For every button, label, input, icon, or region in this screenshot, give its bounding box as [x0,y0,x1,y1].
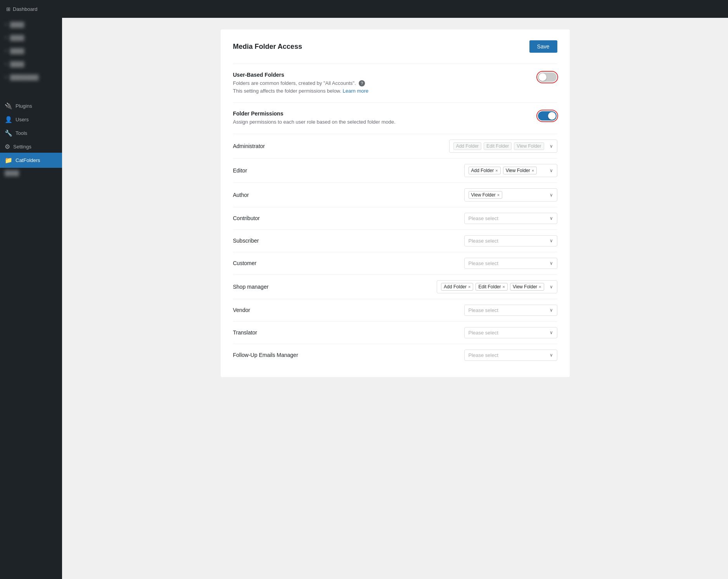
settings-icon: ⚙ [5,143,10,150]
chevron-down-icon-administrator: ∨ [546,143,553,149]
role-select-follow_up_emails_manager[interactable]: Please select∨ [464,350,557,361]
select-placeholder-translator: Please select [469,330,498,336]
role-row-vendor: VendorPlease select∨ [233,299,557,321]
folder-permissions-toggle[interactable] [538,111,557,121]
role-label-shop_manager: Shop manager [233,284,269,290]
role-row-editor: EditorAdd Folder×View Folder×∨ [233,158,557,183]
role-select-administrator[interactable]: Add FolderEdit FolderView Folder∨ [449,140,557,153]
tag-remove-author[interactable]: × [497,193,500,197]
user-based-folders-desc1: Folders are common folders, created by "… [233,79,537,87]
role-rows: AdministratorAdd FolderEdit FolderView F… [233,134,557,366]
folder-permissions-label-group: Folder Permissions Assign permissions to… [233,110,537,126]
user-based-folders-desc2: This setting affects the folder permissi… [233,87,537,95]
chevron-down-icon-subscriber: ∨ [546,238,553,243]
role-label-author: Author [233,192,249,198]
role-select-shop_manager[interactable]: Add Folder×Edit Folder×View Folder×∨ [437,280,557,293]
tag-administrator-view-folder: View Folder [514,142,544,150]
user-based-toggle-thumb [539,73,546,81]
role-row-administrator: AdministratorAdd FolderEdit FolderView F… [233,134,557,158]
role-select-author[interactable]: View Folder×∨ [464,188,557,202]
tag-remove-shop_manager[interactable]: × [468,284,470,289]
role-select-contributor[interactable]: Please select∨ [464,213,557,224]
role-select-editor[interactable]: Add Folder×View Folder×∨ [464,164,557,177]
user-based-folders-label: User-Based Folders [233,72,537,78]
role-label-customer: Customer [233,260,257,266]
tag-remove-shop_manager[interactable]: × [539,284,541,289]
chevron-down-icon-translator: ∨ [546,330,553,335]
blurred-icon-2: ▪ [5,34,7,41]
dashboard-nav-item[interactable]: ⊞ Dashboard [6,6,38,12]
folder-permissions-row: Folder Permissions Assign permissions to… [233,102,557,134]
tag-editor-view-folder: View Folder× [503,167,537,174]
role-label-administrator: Administrator [233,143,265,149]
sidebar-item-blurred-1: ▪ ████ [0,18,62,31]
select-placeholder-follow_up_emails_manager: Please select [469,352,498,358]
catfolders-icon: 📁 [5,157,12,164]
chevron-down-icon-editor: ∨ [546,168,553,173]
settings-card: Media Folder Access Save User-Based Fold… [221,29,570,377]
role-row-shop_manager: Shop managerAdd Folder×Edit Folder×View … [233,274,557,299]
sidebar-item-catfolders-label: CatFolders [16,157,40,163]
blurred-icon-3: ▪ [5,47,7,54]
chevron-down-icon-shop_manager: ∨ [546,284,553,290]
tag-remove-editor[interactable]: × [532,168,534,173]
role-select-subscriber[interactable]: Please select∨ [464,235,557,246]
role-select-translator[interactable]: Please select∨ [464,327,557,338]
select-placeholder-customer: Please select [469,260,498,266]
user-based-folders-toggle-wrapper [537,72,557,83]
sidebar-item-blurred-2: ▪ ████ [0,31,62,44]
role-row-follow_up_emails_manager: Follow-Up Emails ManagerPlease select∨ [233,344,557,366]
tag-administrator-add-folder: Add Folder [453,142,482,150]
sidebar-item-users-label: Users [16,117,29,122]
tag-shop_manager-edit-folder: Edit Folder× [476,283,507,291]
dashboard-label: Dashboard [13,6,38,12]
select-placeholder-contributor: Please select [469,215,498,221]
select-placeholder-vendor: Please select [469,307,498,313]
tag-administrator-edit-folder: Edit Folder [484,142,512,150]
user-based-folders-label-group: User-Based Folders Folders are common fo… [233,72,537,95]
learn-more-link[interactable]: Learn more [343,88,368,94]
role-select-vendor[interactable]: Please select∨ [464,305,557,316]
role-label-subscriber: Subscriber [233,238,259,244]
dashboard-icon: ⊞ [6,6,10,12]
sidebar-item-users[interactable]: 👤 Users [0,113,62,126]
sidebar-item-settings-label: Settings [13,144,31,150]
chevron-down-icon-author: ∨ [546,192,553,198]
card-header: Media Folder Access Save [233,40,557,53]
blurred-icon-5: ▪ [5,74,7,81]
role-row-subscriber: SubscriberPlease select∨ [233,229,557,252]
role-label-editor: Editor [233,167,247,174]
card-title: Media Folder Access [233,43,302,51]
tag-author-view-folder: View Folder× [469,191,503,199]
role-label-contributor: Contributor [233,215,260,221]
select-placeholder-subscriber: Please select [469,238,498,244]
user-based-folders-toggle[interactable] [538,72,557,82]
sidebar-item-blurred-bottom: ████ [0,167,62,179]
plugins-icon: 🔌 [5,102,12,110]
sidebar-item-blurred-4: ▪ ████ [0,57,62,71]
role-select-customer[interactable]: Please select∨ [464,258,557,269]
sidebar-item-tools[interactable]: 🔧 Tools [0,126,62,140]
info-icon: ? [359,80,365,86]
user-based-folders-row: User-Based Folders Folders are common fo… [233,64,557,102]
blurred-icon-4: ▪ [5,60,7,67]
sidebar-item-blurred-5: ▪ ████████ [0,71,62,84]
tag-remove-editor[interactable]: × [495,168,498,173]
role-label-vendor: Vendor [233,307,250,313]
sidebar-item-settings[interactable]: ⚙ Settings [0,140,62,153]
main-content: Media Folder Access Save User-Based Fold… [62,18,728,579]
tag-remove-shop_manager[interactable]: × [502,284,505,289]
chevron-down-icon-contributor: ∨ [546,215,553,221]
role-row-customer: CustomerPlease select∨ [233,252,557,274]
folder-permissions-label: Folder Permissions [233,110,537,117]
role-label-follow_up_emails_manager: Follow-Up Emails Manager [233,352,298,358]
chevron-down-icon-vendor: ∨ [546,307,553,313]
sidebar-item-catfolders[interactable]: 📁 CatFolders [0,153,62,167]
role-row-author: AuthorView Folder×∨ [233,183,557,207]
sidebar-item-plugins[interactable]: 🔌 Plugins [0,99,62,113]
sidebar: ▪ ████ ▪ ████ ▪ ████ ▪ ████ ▪ ████████ 🔌… [0,0,62,579]
save-button[interactable]: Save [529,40,557,53]
folder-permissions-desc: Assign permissions to each user role bas… [233,118,537,126]
sidebar-item-blurred-3: ▪ ████ [0,44,62,57]
sidebar-item-plugins-label: Plugins [16,103,32,109]
